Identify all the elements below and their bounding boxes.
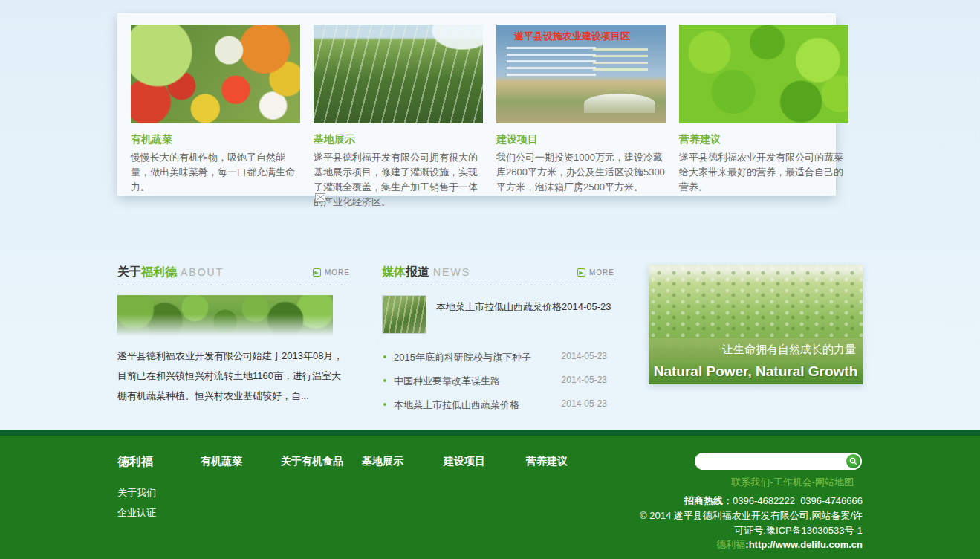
site-url-line: 德利福:http://www.delifu.com.cn — [716, 538, 863, 552]
card-description: 我们公司一期投资1000万元，建设冷藏库2600平方米，办公及生活区设施5300… — [496, 150, 666, 195]
hotline: 招商热线：0396-4682222 0396-4746666 — [684, 494, 863, 508]
news-section: 媒体报道NEWS ▶MORE 本地菜上市拉低山西蔬菜价格2014-05-23 2… — [382, 265, 614, 417]
footer-link-contact-us[interactable]: 联系我们 — [731, 476, 770, 488]
news-list-item[interactable]: 2014-05-23本地菜上市拉低山西蔬菜价格 — [382, 393, 614, 417]
bullet-dot-icon — [383, 403, 386, 406]
footer-inner: 德利福 有机蔬菜 关于有机食品 基地展示 建设项目 营养建议 关于我们 企业认证… — [117, 430, 863, 559]
about-heading-en: ABOUT — [181, 266, 224, 278]
news-date: 2014-05-23 — [562, 351, 607, 361]
footer-link-sitemap[interactable]: 网站地图 — [815, 476, 854, 488]
news-heading-en: NEWS — [433, 266, 470, 278]
greenhouse-field-photo[interactable] — [314, 25, 483, 123]
bullet-dot-icon — [383, 379, 386, 382]
news-list-item[interactable]: 2014-05-232015年底前科研院校与旗下种子 — [382, 346, 614, 369]
featured-news-title[interactable]: 本地菜上市拉低山西蔬菜价格2014-05-23 — [436, 300, 611, 334]
news-heading-highlight: 媒体 — [382, 265, 406, 278]
about-photo[interactable] — [117, 295, 333, 337]
broken-image-icon — [315, 193, 325, 202]
footer-link-certification[interactable]: 企业认证 — [117, 506, 156, 520]
arrow-right-icon: ▶ — [313, 268, 321, 277]
about-heading-highlight: 福利德 — [141, 265, 177, 278]
footer-nav-construction-project[interactable]: 建设项目 — [444, 455, 485, 468]
promo-banner[interactable]: 让生命拥有自然成长的力量 Natural Power, Natural Grow… — [649, 265, 863, 384]
lettuce-photo[interactable] — [679, 25, 848, 123]
news-title[interactable]: 本地菜上市拉低山西蔬菜价格 — [394, 399, 519, 410]
banner-caption-cn: 让生命拥有自然成长的力量 — [649, 338, 863, 360]
card-title[interactable]: 基地展示 — [314, 133, 483, 146]
card-title[interactable]: 营养建议 — [679, 133, 848, 146]
footer: 德利福 有机蔬菜 关于有机食品 基地展示 建设项目 营养建议 关于我们 企业认证… — [0, 430, 980, 559]
vegetables-photo[interactable] — [131, 25, 300, 123]
about-heading: 关于福利德ABOUT ▶MORE — [117, 265, 350, 285]
sign-text-lines-decor — [593, 48, 648, 71]
card-description: 遂平县德利福开发有限公司拥有很大的基地展示项目，修建了灌溉设施，实现了灌溉全覆盖… — [314, 150, 483, 210]
news-more-link[interactable]: ▶MORE — [577, 268, 614, 277]
about-heading-cn: 关于 — [117, 265, 141, 278]
about-text: 遂平县德利福农业开发有限公司始建于2013年08月，目前已在和兴镇恒兴村流转土地… — [117, 346, 349, 406]
search-icon — [849, 457, 857, 465]
page: 有机蔬菜 慢慢长大的有机作物，吸饱了自然能量，做出美味菜肴，每一口都充满生命力。… — [0, 0, 980, 559]
banner-caption-en: Natural Power, Natural Growth — [649, 360, 863, 384]
news-thumbnail[interactable] — [382, 295, 426, 334]
news-list: 2014-05-232015年底前科研院校与旗下种子 2014-05-23中国种… — [382, 346, 614, 417]
card-base-display: 基地展示 遂平县德利福开发有限公司拥有很大的基地展示项目，修建了灌溉设施，实现了… — [314, 25, 483, 210]
about-section: 关于福利德ABOUT ▶MORE 遂平县德利福农业开发有限公司始建于2013年0… — [117, 265, 350, 406]
featured-news-date: 2014-05-23 — [562, 301, 611, 312]
news-title[interactable]: 中国种业要靠改革谋生路 — [394, 375, 500, 387]
project-sign-title: 遂平县设施农业建设项目区 — [496, 30, 648, 43]
project-sign-photo[interactable]: 遂平县设施农业建设项目区 — [496, 25, 666, 123]
search-input[interactable] — [704, 454, 837, 468]
news-heading: 媒体报道NEWS ▶MORE — [382, 265, 614, 285]
card-title[interactable]: 建设项目 — [496, 133, 666, 146]
footer-nav-base-display[interactable]: 基地展示 — [362, 455, 403, 468]
footer-logo[interactable]: 德利福 — [117, 454, 153, 470]
hotline-numbers: 0396-4682222 0396-4746666 — [733, 495, 863, 506]
search-button[interactable] — [846, 454, 860, 468]
card-description: 遂平县德利福农业开发有限公司的蔬菜给大家带来最好的营养，最适合自己的营养。 — [679, 150, 848, 195]
site-name: 德利福 — [716, 539, 745, 550]
card-organic-vegetables: 有机蔬菜 慢慢长大的有机作物，吸饱了自然能量，做出美味菜肴，每一口都充满生命力。 — [131, 25, 300, 210]
broken-image-dot — [328, 200, 331, 203]
footer-nav-about-organic-food[interactable]: 关于有机食品 — [281, 455, 343, 468]
news-date: 2014-05-23 — [562, 375, 607, 385]
arrow-right-icon: ▶ — [577, 268, 585, 277]
news-heading-cn: 报道 — [406, 265, 429, 278]
footer-quick-links: 联系我们-工作机会-网站地图 — [731, 476, 854, 489]
about-more-link[interactable]: ▶MORE — [313, 268, 350, 277]
copyright: © 2014 遂平县德利福农业开发有限公司,网站备案/许可证号:豫ICP备130… — [640, 508, 863, 538]
hotline-label: 招商热线： — [684, 495, 733, 506]
footer-search — [695, 453, 862, 470]
news-title[interactable]: 2015年底前科研院校与旗下种子 — [394, 352, 531, 363]
site-url: :http://www.delifu.com.cn — [745, 539, 863, 550]
news-list-item[interactable]: 2014-05-23中国种业要靠改革谋生路 — [382, 369, 614, 393]
featured-news-item[interactable]: 本地菜上市拉低山西蔬菜价格2014-05-23 — [382, 295, 614, 334]
card-title[interactable]: 有机蔬菜 — [131, 133, 300, 146]
more-label: MORE — [325, 268, 350, 277]
feature-panel: 有机蔬菜 慢慢长大的有机作物，吸饱了自然能量，做出美味菜肴，每一口都充满生命力。… — [117, 13, 836, 196]
card-construction-project: 遂平县设施农业建设项目区 建设项目 我们公司一期投资1000万元，建设冷藏库26… — [496, 25, 666, 210]
sign-text-lines-decor — [507, 47, 596, 77]
more-label: MORE — [589, 268, 614, 277]
greenhouse-arc-decor — [584, 94, 655, 113]
footer-nav-organic-vegetables[interactable]: 有机蔬菜 — [201, 455, 242, 468]
footer-link-jobs[interactable]: 工作机会 — [773, 476, 812, 488]
footer-nav-nutrition-advice[interactable]: 营养建议 — [526, 455, 568, 468]
news-date: 2014-05-23 — [562, 398, 607, 409]
featured-news-text: 本地菜上市拉低山西蔬菜价格 — [436, 301, 562, 312]
footer-link-about-us[interactable]: 关于我们 — [117, 486, 156, 500]
bullet-dot-icon — [383, 355, 386, 358]
card-nutrition-advice: 营养建议 遂平县德利福农业开发有限公司的蔬菜给大家带来最好的营养，最适合自己的营… — [679, 25, 848, 210]
card-description: 慢慢长大的有机作物，吸饱了自然能量，做出美味菜肴，每一口都充满生命力。 — [131, 150, 300, 195]
feature-cards: 有机蔬菜 慢慢长大的有机作物，吸饱了自然能量，做出美味菜肴，每一口都充满生命力。… — [131, 25, 822, 210]
